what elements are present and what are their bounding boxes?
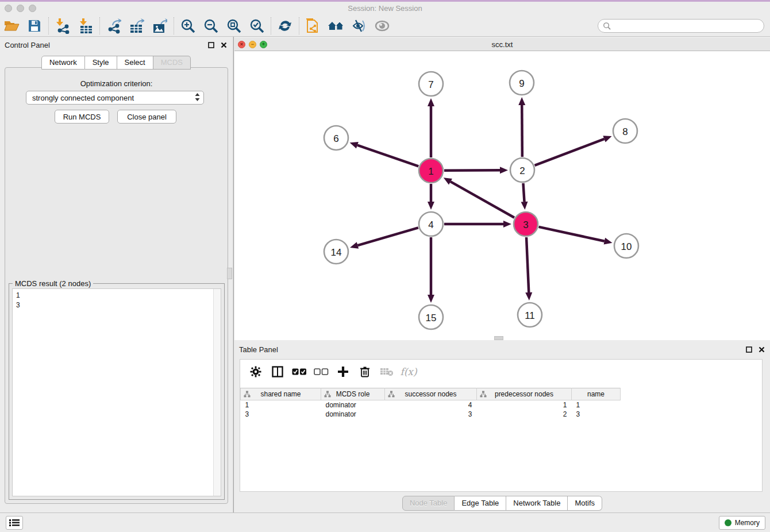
- svg-text:9: 9: [519, 78, 524, 89]
- tab-motifs[interactable]: Motifs: [568, 496, 602, 511]
- edge-2-9[interactable]: [522, 105, 522, 157]
- delete-column-button[interactable]: [354, 364, 376, 380]
- cell-predecessor-nodes[interactable]: 2: [477, 410, 572, 419]
- toggle-column-view-button[interactable]: [267, 364, 288, 380]
- criterion-value: strongly connected component: [32, 94, 134, 102]
- open-session-button[interactable]: [0, 17, 23, 35]
- close-panel-icon[interactable]: [220, 41, 228, 49]
- graph-node-10[interactable]: 10: [614, 234, 638, 258]
- tab-style[interactable]: Style: [85, 56, 117, 70]
- cell-mcds-role[interactable]: dominator: [321, 410, 385, 419]
- table-row[interactable]: 3 dominator 3 2 3: [241, 410, 621, 419]
- table-panel-header: Table Panel: [234, 341, 770, 357]
- column-header-predecessor-nodes[interactable]: predecessor nodes: [477, 388, 572, 400]
- export-network-button[interactable]: [102, 17, 125, 35]
- cell-name[interactable]: 1: [572, 400, 621, 410]
- edge-2-3[interactable]: [523, 183, 524, 202]
- tab-network[interactable]: Network: [41, 56, 85, 70]
- mcds-result-text[interactable]: 1 3: [12, 288, 221, 496]
- edge-4-14[interactable]: [357, 228, 418, 245]
- graph-node-3[interactable]: 3: [514, 212, 538, 236]
- float-panel-icon[interactable]: [207, 41, 215, 49]
- select-all-columns-button[interactable]: [288, 364, 310, 380]
- criterion-dropdown[interactable]: strongly connected component: [26, 91, 204, 105]
- cell-mcds-role[interactable]: dominator: [321, 400, 385, 410]
- graph-node-1[interactable]: 1: [419, 159, 443, 183]
- show-graphics-details-button[interactable]: [371, 17, 394, 35]
- graph-node-15[interactable]: 15: [419, 305, 443, 329]
- cell-shared-name[interactable]: 3: [241, 410, 321, 419]
- add-column-button[interactable]: [332, 364, 354, 380]
- tab-select[interactable]: Select: [117, 56, 153, 70]
- zoom-in-button[interactable]: [176, 17, 199, 35]
- deselect-all-columns-button[interactable]: [310, 364, 332, 380]
- network-canvas[interactable]: 1234678910111415: [234, 51, 769, 340]
- delete-table-button[interactable]: [376, 364, 398, 380]
- run-mcds-button[interactable]: Run MCDS: [55, 110, 109, 124]
- tab-network-table[interactable]: Network Table: [506, 496, 568, 511]
- control-panel-tabs: Network Style Select MCDS: [0, 56, 232, 70]
- edge-3-10[interactable]: [538, 227, 604, 241]
- graph-node-2[interactable]: 2: [510, 158, 534, 182]
- mcds-result-scrollbar[interactable]: [213, 289, 221, 496]
- graph-node-4[interactable]: 4: [419, 212, 443, 236]
- graph-node-6[interactable]: 6: [324, 126, 348, 150]
- graph-node-11[interactable]: 11: [518, 303, 542, 327]
- cell-name[interactable]: 3: [572, 410, 621, 419]
- graph-node-14[interactable]: 14: [324, 240, 348, 264]
- edge-2-8[interactable]: [535, 139, 605, 165]
- cell-successor-nodes[interactable]: 3: [385, 410, 477, 419]
- import-network-button[interactable]: [51, 17, 74, 35]
- import-table-button[interactable]: [74, 17, 97, 35]
- svg-text:7: 7: [428, 79, 433, 90]
- export-image-button[interactable]: [148, 17, 171, 35]
- table-row[interactable]: 1 dominator 4 1 1: [241, 400, 621, 410]
- edge-1-2[interactable]: [444, 170, 500, 171]
- edge-3-1[interactable]: [451, 182, 514, 218]
- task-history-button[interactable]: [6, 516, 23, 530]
- horizontal-splitter-handle[interactable]: [494, 336, 503, 340]
- zoom-out-button[interactable]: [199, 17, 222, 35]
- tab-node-table[interactable]: Node Table: [402, 496, 455, 511]
- zoom-fit-button[interactable]: [222, 17, 245, 35]
- apply-layout-button[interactable]: [274, 17, 297, 35]
- column-header-name[interactable]: name: [572, 388, 621, 400]
- export-table-icon: [129, 18, 144, 34]
- cell-shared-name[interactable]: 1: [241, 400, 321, 410]
- close-table-panel-icon[interactable]: [758, 346, 765, 353]
- network-window-titlebar: × − + scc.txt: [234, 38, 770, 51]
- hide-graphics-details-button[interactable]: [348, 17, 371, 35]
- attribute-type-icon: [388, 391, 395, 399]
- close-panel-button[interactable]: Close panel: [117, 110, 176, 124]
- column-header-shared-name[interactable]: shared name: [241, 388, 321, 400]
- function-builder-button[interactable]: f(x): [398, 364, 419, 380]
- table-panel-tabs: Node Table Edge Table Network Table Moti…: [234, 496, 770, 511]
- edge-1-6[interactable]: [357, 145, 418, 167]
- graph-node-7[interactable]: 7: [419, 72, 443, 96]
- vertical-splitter[interactable]: [232, 37, 234, 512]
- cell-successor-nodes[interactable]: 4: [385, 400, 477, 410]
- save-session-button[interactable]: [23, 17, 46, 35]
- toolbar-separator: [48, 17, 49, 34]
- search-box[interactable]: [598, 19, 764, 33]
- network-from-selection-button[interactable]: [302, 17, 325, 35]
- float-table-panel-icon[interactable]: [745, 346, 753, 353]
- tab-mcds[interactable]: MCDS: [153, 56, 191, 70]
- layout-refresh-icon: [278, 18, 292, 33]
- column-header-mcds-role[interactable]: MCDS role: [321, 388, 385, 400]
- window-title: Session: New Session: [0, 4, 770, 13]
- edge-3-11[interactable]: [526, 237, 529, 292]
- memory-button[interactable]: Memory: [719, 516, 765, 530]
- export-table-button[interactable]: [125, 17, 148, 35]
- vertical-splitter-handle[interactable]: [227, 268, 232, 279]
- table-settings-button[interactable]: [245, 364, 267, 380]
- homes-button[interactable]: [325, 17, 348, 35]
- graph-node-8[interactable]: 8: [613, 119, 637, 143]
- graph-node-9[interactable]: 9: [510, 71, 534, 95]
- search-input[interactable]: [611, 20, 764, 32]
- cell-predecessor-nodes[interactable]: 1: [477, 400, 572, 410]
- zoom-selected-button[interactable]: [245, 17, 268, 35]
- export-network-icon: [106, 18, 121, 34]
- column-header-successor-nodes[interactable]: successor nodes: [385, 388, 477, 400]
- tab-edge-table[interactable]: Edge Table: [455, 496, 506, 511]
